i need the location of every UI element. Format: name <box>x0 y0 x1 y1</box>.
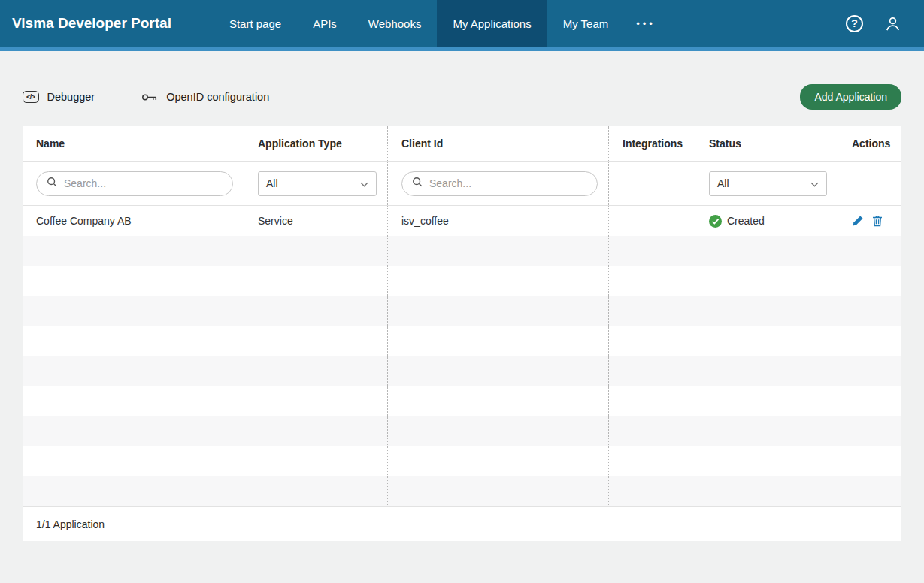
user-profile-icon[interactable] <box>884 15 901 32</box>
empty-cell <box>695 356 838 386</box>
empty-cell <box>244 476 388 506</box>
empty-cell <box>695 326 838 356</box>
edit-button[interactable] <box>852 215 864 227</box>
cell-integrations <box>609 206 695 236</box>
empty-cell <box>23 416 244 446</box>
table-row-empty <box>23 446 901 476</box>
status-select[interactable]: All <box>709 171 827 196</box>
column-header-client-id: Client Id <box>388 126 609 161</box>
empty-cell <box>609 386 695 416</box>
column-header-actions: Actions <box>838 126 901 161</box>
empty-cell <box>609 296 695 326</box>
debugger-link[interactable]: </> Debugger <box>23 91 95 103</box>
clientid-search-input[interactable] <box>429 177 587 189</box>
empty-cell <box>388 476 609 506</box>
table-row-empty <box>23 326 901 356</box>
empty-cell <box>695 476 838 506</box>
add-application-button[interactable]: Add Application <box>800 84 901 110</box>
main-nav: Start page APIs Webhooks My Applications… <box>214 0 668 47</box>
check-circle-icon <box>709 215 722 228</box>
name-search-input[interactable] <box>64 177 223 189</box>
chevron-down-icon <box>810 177 819 189</box>
empty-cell <box>838 236 901 266</box>
column-header-name: Name <box>23 126 244 161</box>
empty-cell <box>244 446 388 476</box>
integrations-filter-cell <box>609 162 695 205</box>
clientid-search-box <box>401 171 598 196</box>
empty-cell <box>388 446 609 476</box>
brand-title: Visma Developer Portal <box>0 15 171 32</box>
empty-cell <box>388 266 609 296</box>
cell-application-type: Service <box>244 206 388 236</box>
empty-cell <box>609 446 695 476</box>
empty-cell <box>388 296 609 326</box>
debugger-label: Debugger <box>47 91 95 103</box>
pencil-icon <box>852 215 864 227</box>
empty-cell <box>388 236 609 266</box>
table-filter-row: All <box>23 162 901 206</box>
key-icon <box>141 92 158 103</box>
nav-apis[interactable]: APIs <box>297 0 353 47</box>
empty-cell <box>609 236 695 266</box>
empty-cell <box>23 386 244 416</box>
empty-cell <box>838 416 901 446</box>
empty-cell <box>609 476 695 506</box>
column-header-application-type: Application Type <box>244 126 388 161</box>
empty-cell <box>609 356 695 386</box>
type-filter-cell: All <box>244 162 388 205</box>
empty-cell <box>695 266 838 296</box>
empty-cell <box>838 266 901 296</box>
empty-cell <box>244 236 388 266</box>
toolbar: </> Debugger OpenID configuration Add Ap… <box>23 84 901 110</box>
empty-cell <box>23 236 244 266</box>
column-header-status: Status <box>695 126 838 161</box>
empty-cell <box>695 236 838 266</box>
nav-webhooks[interactable]: Webhooks <box>353 0 438 47</box>
empty-cell <box>609 416 695 446</box>
openid-configuration-link[interactable]: OpenID configuration <box>141 91 269 103</box>
empty-cell <box>388 326 609 356</box>
name-search-box <box>36 171 233 196</box>
chevron-down-icon <box>360 177 368 189</box>
empty-cell <box>838 446 901 476</box>
table-row-empty <box>23 356 901 386</box>
table-body: Coffee Company AB Service isv_coffee Cre… <box>23 206 901 506</box>
status-filter-cell: All <box>695 162 838 205</box>
empty-cell <box>838 326 901 356</box>
cell-client-id: isv_coffee <box>388 206 609 236</box>
application-type-select-value: All <box>266 177 278 189</box>
applications-table: Name Application Type Client Id Integrat… <box>23 126 901 541</box>
table-row-empty <box>23 386 901 416</box>
empty-cell <box>695 296 838 326</box>
nav-my-applications[interactable]: My Applications <box>437 0 547 47</box>
empty-cell <box>23 446 244 476</box>
empty-cell <box>23 266 244 296</box>
table-footer: 1/1 Application <box>23 506 901 541</box>
cell-status: Created <box>695 206 838 236</box>
application-type-select[interactable]: All <box>258 171 377 196</box>
page-content: </> Debugger OpenID configuration Add Ap… <box>0 84 924 541</box>
empty-cell <box>609 266 695 296</box>
nav-my-team[interactable]: My Team <box>547 0 625 47</box>
empty-cell <box>838 356 901 386</box>
empty-cell <box>244 416 388 446</box>
delete-button[interactable] <box>872 215 883 227</box>
empty-cell <box>23 296 244 326</box>
table-row[interactable]: Coffee Company AB Service isv_coffee Cre… <box>23 206 901 236</box>
help-icon[interactable]: ? <box>846 15 863 32</box>
nav-more-icon[interactable]: ••• <box>624 0 668 47</box>
clientid-filter-cell <box>388 162 609 205</box>
column-header-integrations: Integrations <box>609 126 695 161</box>
search-icon <box>412 177 423 190</box>
table-row-empty <box>23 266 901 296</box>
empty-cell <box>244 326 388 356</box>
empty-cell <box>695 416 838 446</box>
empty-cell <box>244 296 388 326</box>
cell-name: Coffee Company AB <box>23 206 244 236</box>
table-row-empty <box>23 236 901 266</box>
openid-configuration-label: OpenID configuration <box>166 91 269 103</box>
nav-start-page[interactable]: Start page <box>214 0 297 47</box>
navbar-right: ? <box>846 0 924 47</box>
empty-cell <box>244 356 388 386</box>
actions-filter-cell <box>838 162 901 205</box>
